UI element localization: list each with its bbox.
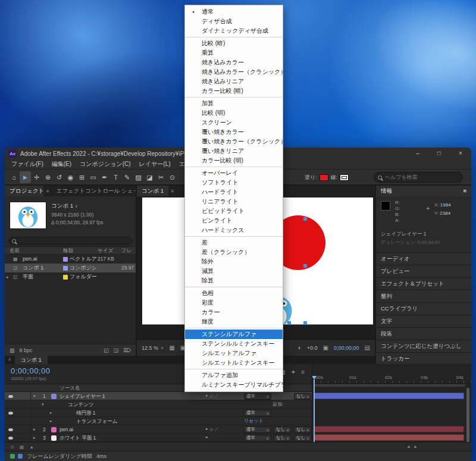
exposure-icon[interactable]: ◐ bbox=[298, 344, 302, 351]
selection-tool-icon[interactable]: ► bbox=[20, 171, 31, 183]
timeline-row-4[interactable]: ▸2pen.ai✦◇／通常∨なし∨なし∨ bbox=[5, 425, 312, 434]
mode-dropdown[interactable]: 通常∨ bbox=[244, 410, 271, 416]
interpret-footage-icon[interactable]: ▥ bbox=[10, 347, 15, 353]
layer-switches[interactable]: ✦ bbox=[205, 434, 242, 442]
panel-box-icon[interactable]: ▤ bbox=[365, 344, 370, 351]
collapsed-panel-2[interactable]: エフェクト＆プリセット bbox=[376, 277, 471, 290]
timeline-row-1[interactable]: ▾コンテンツ追加: bbox=[5, 400, 312, 409]
label-color-chip[interactable] bbox=[63, 257, 68, 262]
menu-item-7-0[interactable]: アルファ追加 bbox=[185, 371, 283, 380]
visibility-cell[interactable] bbox=[5, 409, 31, 417]
menu-item-2-0[interactable]: 加算 bbox=[185, 99, 283, 108]
parent-link-dropdown[interactable]: なし∨ bbox=[294, 393, 311, 400]
chevron-down-icon[interactable]: ∨ bbox=[75, 204, 78, 208]
tab-timeline-comp[interactable]: コンポ 1 bbox=[15, 356, 48, 364]
selection-handle[interactable] bbox=[303, 217, 307, 221]
camera-icon[interactable]: ▣ bbox=[323, 344, 328, 351]
help-search-input[interactable] bbox=[385, 174, 459, 180]
column-name[interactable]: 名前 bbox=[10, 247, 20, 255]
menu-item-5-0[interactable]: 色相 bbox=[185, 288, 283, 298]
zoom-tool-icon[interactable]: ⊕ bbox=[42, 171, 54, 183]
panel-menu-icon[interactable]: ≡ bbox=[168, 186, 176, 196]
menu-item-3-4[interactable]: ビビッドライト bbox=[185, 206, 283, 216]
expander-icon[interactable]: ▸ bbox=[50, 409, 52, 417]
timeline-timecode[interactable]: 0;00;00;00 bbox=[11, 366, 50, 375]
menu-item-3-0[interactable]: オーバーレイ bbox=[185, 168, 283, 178]
eye-icon[interactable] bbox=[8, 428, 13, 431]
puppet-pin-tool-icon[interactable]: ⊙ bbox=[167, 171, 178, 183]
timeline-row-2[interactable]: ▸楕円形 1通常∨ bbox=[5, 409, 312, 417]
row-extra-label[interactable]: 追加: bbox=[273, 400, 283, 409]
label-color-chip[interactable] bbox=[63, 275, 68, 280]
collapsed-panel-5[interactable]: 文字 bbox=[376, 315, 471, 327]
parent-link-dropdown[interactable]: なし∨ bbox=[294, 435, 311, 441]
track-matte-dropdown[interactable]: なし∨ bbox=[274, 426, 292, 433]
eye-icon[interactable] bbox=[8, 395, 13, 398]
tab-effect-controls[interactable]: エフェクトコントロール シェイプ bbox=[52, 186, 136, 196]
clone-stamp-tool-icon[interactable]: ▨ bbox=[133, 171, 144, 183]
new-folder-icon[interactable]: ◱ bbox=[104, 347, 109, 353]
menu-item-2-5[interactable]: 覆い焼きリニア bbox=[185, 146, 283, 156]
maximize-button[interactable]: □ bbox=[428, 148, 450, 159]
layer-duration-bar[interactable] bbox=[314, 426, 464, 432]
column-size[interactable]: サイズ bbox=[98, 247, 113, 255]
timeline-zoom-icon[interactable]: ▲▲ bbox=[406, 444, 419, 449]
visibility-cell[interactable] bbox=[5, 400, 31, 409]
visibility-cell[interactable] bbox=[5, 392, 31, 400]
mode-dropdown[interactable]: 通常∨ bbox=[244, 426, 271, 433]
menu-item-6-2[interactable]: シルエットアルファ bbox=[185, 349, 283, 358]
menu-item-0-2[interactable]: ダイナミックディザ合成 bbox=[185, 26, 283, 36]
brush-tool-icon[interactable]: ✎ bbox=[121, 171, 133, 183]
layer-switches[interactable]: ✦◇／ bbox=[205, 425, 242, 434]
eraser-tool-icon[interactable]: ◪ bbox=[144, 171, 155, 183]
shape-tool-icon[interactable]: ▭ bbox=[87, 171, 99, 183]
viewer-timecode[interactable]: 0;00;00;00 bbox=[334, 345, 359, 351]
mode-dropdown[interactable]: 通常∨ bbox=[244, 435, 271, 441]
layer-switches[interactable]: ✦◇／ bbox=[205, 392, 242, 400]
menu-item-4-2[interactable]: 除外 bbox=[185, 257, 283, 266]
fill-color-swatch[interactable] bbox=[320, 174, 328, 181]
trash-icon[interactable]: ⌦ bbox=[123, 347, 131, 353]
expand-inout-icon[interactable]: ▲ bbox=[29, 444, 34, 450]
collapsed-panel-4[interactable]: CCライブラリ bbox=[376, 302, 471, 315]
expander-icon[interactable]: ▸ bbox=[33, 425, 36, 434]
stroke-color-swatch[interactable] bbox=[340, 174, 349, 181]
text-tool-icon[interactable]: T bbox=[110, 171, 121, 183]
panel-menu-icon[interactable]: ≡ bbox=[463, 186, 466, 196]
row-expander-icon[interactable]: ▸ bbox=[7, 272, 9, 281]
collapsed-panel-0[interactable]: オーディオ bbox=[376, 252, 471, 265]
mode-dropdown[interactable]: 通常∨ bbox=[244, 393, 271, 400]
graph-editor-icon[interactable]: ≡ bbox=[301, 369, 305, 375]
menubar-item-3[interactable]: レイヤー(L) bbox=[135, 160, 175, 168]
menu-item-2-2[interactable]: スクリーン bbox=[185, 118, 283, 127]
menu-item-2-4[interactable]: 覆い焼きカラー（クラシック） bbox=[185, 137, 283, 146]
zoom-select[interactable]: 12.5 % ∨ bbox=[142, 345, 164, 351]
menubar-item-1[interactable]: 編集(E) bbox=[48, 160, 76, 168]
visibility-cell[interactable] bbox=[5, 417, 31, 425]
exposure-value[interactable]: +0.0 bbox=[307, 345, 318, 351]
menu-item-3-1[interactable]: ソフトライト bbox=[185, 178, 283, 187]
menubar-item-0[interactable]: ファイル(F) bbox=[7, 160, 48, 168]
source-name-header[interactable]: ソース名 bbox=[60, 385, 80, 392]
menu-item-3-6[interactable]: ハードミックス bbox=[185, 225, 283, 235]
eye-icon[interactable] bbox=[8, 412, 13, 415]
pen-tool-icon[interactable]: ✒ bbox=[99, 171, 110, 183]
color-depth-button[interactable]: 8 bpc bbox=[20, 347, 33, 353]
menu-item-5-1[interactable]: 彩度 bbox=[185, 298, 283, 308]
column-type[interactable]: 種類 bbox=[63, 247, 73, 255]
menu-item-3-5[interactable]: ピンライト bbox=[185, 216, 283, 225]
orbit-tool-icon[interactable]: ↺ bbox=[54, 171, 65, 183]
visibility-cell[interactable] bbox=[5, 425, 31, 434]
menu-item-7-1[interactable]: ルミナンスキープリマルチプライ bbox=[185, 380, 283, 390]
menu-item-1-5[interactable]: カラー比較 (暗) bbox=[185, 86, 283, 96]
collapsed-panel-7[interactable]: コンテンツに応じた塗りつぶし bbox=[376, 340, 471, 352]
expander-icon[interactable]: ▸ bbox=[50, 417, 52, 425]
project-search-box[interactable] bbox=[8, 237, 132, 245]
menu-item-6-3[interactable]: シルエットルミナンスキー bbox=[185, 358, 283, 368]
menu-item-3-2[interactable]: ハードライト bbox=[185, 187, 283, 197]
parent-link-dropdown[interactable]: なし∨ bbox=[294, 426, 311, 433]
menu-item-4-3[interactable]: 減算 bbox=[185, 266, 283, 276]
timeline-row-5[interactable]: ▸3ホワイト 平面 1✦通常∨なし∨なし∨ bbox=[5, 434, 312, 442]
menu-item-1-0[interactable]: 比較 (暗) bbox=[185, 39, 283, 48]
project-row-1[interactable]: ◲コンポ 1コンポジション29.97 bbox=[5, 264, 136, 272]
